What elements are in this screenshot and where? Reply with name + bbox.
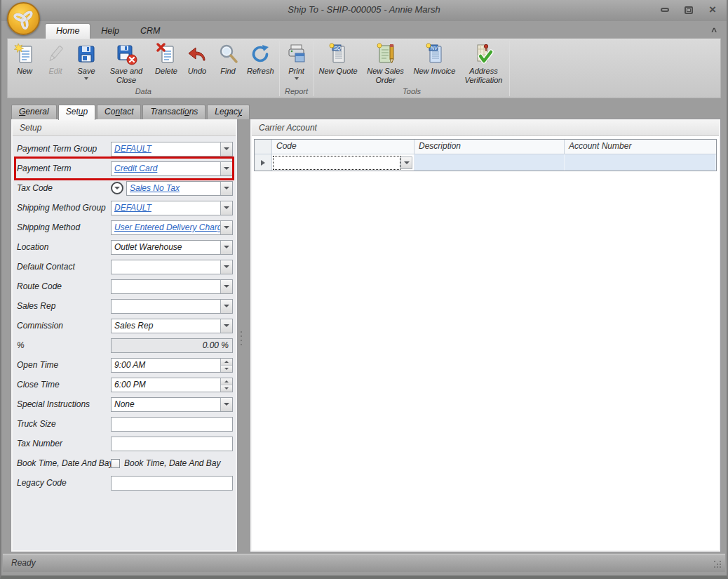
field-row-commission: Commission Sales Rep <box>17 316 233 335</box>
field-row-shipping-method: Shipping Method User Entered Delivery Ch… <box>17 218 233 237</box>
chevron-down-icon[interactable] <box>220 300 232 313</box>
field-row-location: Location Outlet Warehouse <box>17 237 233 257</box>
tax-code-dropdown[interactable]: Sales No Tax <box>126 181 233 196</box>
location-dropdown[interactable]: Outlet Warehouse <box>111 240 233 255</box>
new-quote-icon: SQ <box>327 43 349 65</box>
special-instructions-dropdown[interactable]: None <box>111 397 233 412</box>
chevron-down-icon[interactable] <box>400 157 412 169</box>
delete-button[interactable]: Delete <box>151 41 182 87</box>
panel-splitter-handle[interactable] <box>241 328 243 347</box>
grid-edit-row <box>255 154 716 171</box>
tab-transactions[interactable]: Transactions <box>142 105 205 119</box>
tax-code-expand-icon[interactable] <box>111 182 123 194</box>
close-button[interactable]: × <box>707 5 718 15</box>
book-time-checkbox[interactable] <box>111 459 120 468</box>
column-header-code[interactable]: Code <box>272 140 414 154</box>
time-spinner[interactable] <box>220 359 232 372</box>
tab-legacy[interactable]: Legacy <box>207 105 250 119</box>
edit-button[interactable]: Edit <box>40 41 71 87</box>
new-sales-order-button[interactable]: New Sales Order <box>361 41 410 87</box>
restore-button[interactable] <box>683 5 694 15</box>
chevron-down-icon[interactable] <box>220 260 232 274</box>
default-contact-dropdown[interactable] <box>111 260 233 274</box>
field-row-payment-term: Payment Term Credit Card <box>17 159 233 178</box>
chevron-down-icon[interactable] <box>220 398 232 411</box>
tab-setup[interactable]: Setup <box>58 105 95 120</box>
tax-number-input[interactable] <box>111 437 233 451</box>
save-button[interactable]: Save <box>71 41 102 87</box>
print-button[interactable]: Print <box>281 41 312 87</box>
application-window: Ship To - SHIP-000005 - Annie Marsh × Ho… <box>0 0 728 579</box>
field-row-payment-term-group: Payment Term Group DEFAULT <box>17 139 233 159</box>
ribbon-tab-home[interactable]: Home <box>45 23 90 39</box>
ribbon-tab-crm[interactable]: CRM <box>130 24 170 39</box>
field-row-percent: % 0.00 % <box>17 335 233 355</box>
carrier-account-panel: Carrier Account Code Description Account… <box>250 119 720 552</box>
print-icon <box>285 43 308 65</box>
chevron-down-icon[interactable] <box>220 142 232 156</box>
ribbon-empty-area <box>510 39 720 98</box>
grid-header-row: Code Description Account Number <box>255 140 716 154</box>
ribbon-group-label-tools: Tools <box>314 87 510 98</box>
app-logo-icon[interactable] <box>7 2 40 35</box>
ribbon-group-label-report: Report <box>280 87 314 98</box>
find-button[interactable]: Find <box>213 41 243 87</box>
window-title: Ship To - SHIP-000005 - Annie Marsh <box>1 4 727 15</box>
field-row-close-time: Close Time 6:00 PM <box>17 375 233 394</box>
address-verification-button[interactable]: Address Verification <box>459 41 508 87</box>
time-spinner[interactable] <box>220 378 232 392</box>
new-quote-button[interactable]: SQ New Quote <box>316 41 361 87</box>
field-row-tax-code: Tax Code Sales No Tax <box>17 178 233 198</box>
svg-text:SQ: SQ <box>334 46 342 51</box>
shipping-method-dropdown[interactable]: User Entered Delivery Charge <box>111 220 233 235</box>
chevron-down-icon[interactable] <box>220 162 232 175</box>
open-time-input[interactable]: 9:00 AM <box>111 358 233 373</box>
commission-dropdown[interactable]: Sales Rep <box>111 319 233 333</box>
payment-term-dropdown[interactable]: Credit Card <box>111 161 233 176</box>
chevron-down-icon[interactable] <box>220 241 232 254</box>
dropdown-caret-icon <box>84 77 88 80</box>
ribbon-tab-help[interactable]: Help <box>90 24 130 39</box>
shipping-method-group-dropdown[interactable]: DEFAULT <box>111 201 233 215</box>
field-row-default-contact: Default Contact <box>17 257 233 277</box>
resize-grip[interactable] <box>714 561 722 568</box>
payment-term-group-dropdown[interactable]: DEFAULT <box>111 142 233 157</box>
undo-icon <box>186 43 208 65</box>
column-header-description[interactable]: Description <box>414 140 565 154</box>
new-sales-order-icon <box>375 43 397 65</box>
chevron-down-icon[interactable] <box>220 182 232 195</box>
field-row-book-time: Book Time, Date And Bay Book Time, Date … <box>17 453 233 473</box>
setup-panel: Setup Payment Term Group DEFAULT Payment… <box>11 119 237 552</box>
title-bar: Ship To - SHIP-000005 - Annie Marsh × <box>1 0 727 21</box>
account-number-cell[interactable] <box>565 154 716 171</box>
tab-contact[interactable]: Contact <box>97 105 141 119</box>
chevron-down-icon[interactable] <box>220 201 232 215</box>
code-editor-input[interactable] <box>274 157 400 169</box>
commission-percent-field: 0.00 % <box>111 338 233 353</box>
minimize-button[interactable] <box>659 5 670 15</box>
truck-size-input[interactable] <box>111 417 233 432</box>
undo-button[interactable]: Undo <box>182 41 213 87</box>
field-row-special-instructions: Special Instructions None <box>17 394 233 414</box>
refresh-button[interactable]: Refresh <box>243 41 278 87</box>
chevron-down-icon[interactable] <box>220 280 232 293</box>
chevron-down-icon[interactable] <box>220 319 232 333</box>
ribbon-group-tools: SQ New Quote New Sales Order <box>314 39 510 98</box>
sales-rep-dropdown[interactable] <box>111 299 233 314</box>
ribbon: New Edit <box>7 39 721 98</box>
tab-general[interactable]: General <box>11 105 57 119</box>
code-cell[interactable] <box>272 154 414 171</box>
restore-icon <box>685 6 693 14</box>
save-and-close-button[interactable]: Save and Close <box>102 41 151 87</box>
column-header-account-number[interactable]: Account Number <box>565 140 716 154</box>
route-code-dropdown[interactable] <box>111 279 233 294</box>
status-bar: Ready <box>3 554 725 572</box>
description-cell[interactable] <box>414 154 565 171</box>
new-button[interactable]: New <box>9 41 40 87</box>
close-time-input[interactable]: 6:00 PM <box>111 378 233 392</box>
row-selector[interactable] <box>255 154 272 171</box>
collapse-ribbon-icon[interactable]: ∧ <box>710 25 717 34</box>
chevron-down-icon[interactable] <box>220 221 232 234</box>
legacy-code-input[interactable] <box>111 476 233 491</box>
new-invoice-button[interactable]: NV New Invoice <box>410 41 459 87</box>
